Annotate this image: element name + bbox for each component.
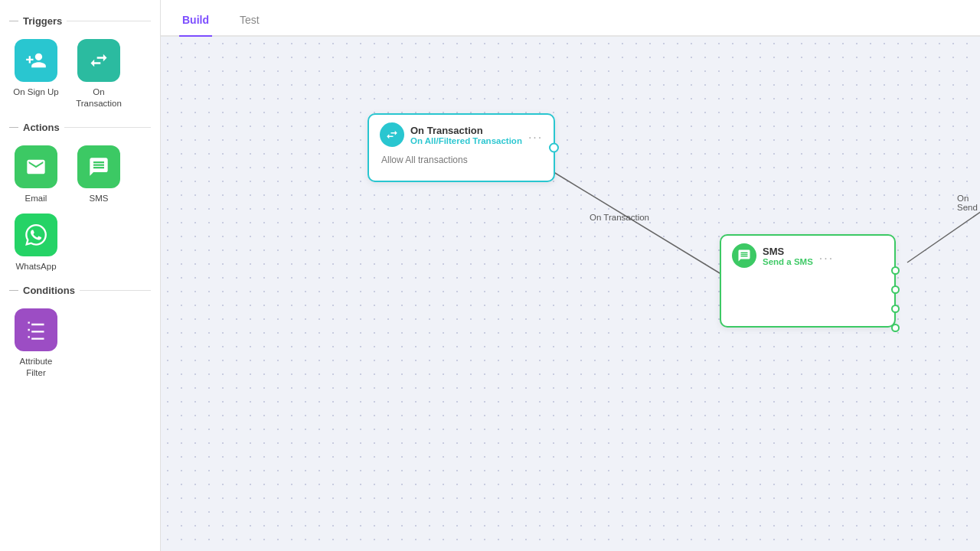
whatsapp-icon-box	[15, 214, 57, 256]
trigger-node-title: On Transaction	[410, 125, 522, 136]
sidebar: Triggers On Sign Up On Transaction Actio…	[0, 0, 161, 551]
on-transaction-label: On Transaction	[590, 213, 649, 222]
trigger-on-transaction[interactable]: On Transaction	[72, 39, 126, 109]
conditions-section-title: Conditions	[9, 285, 151, 296]
whatsapp-icon	[25, 224, 47, 246]
sms-node-more[interactable]: ...	[819, 249, 834, 262]
whatsapp-label: WhatsApp	[15, 261, 56, 272]
sms-icon-box	[77, 145, 120, 188]
filter-icon	[25, 319, 47, 341]
on-transaction-label: On Transaction	[72, 86, 126, 109]
on-send-label: On Send	[957, 194, 980, 212]
sms-label: SMS	[90, 193, 109, 204]
action-whatsapp[interactable]: WhatsApp	[9, 214, 63, 272]
on-transaction-icon-box	[77, 39, 120, 82]
tab-test[interactable]: Test	[237, 5, 263, 37]
attribute-filter-label: Attribute Filter	[9, 356, 63, 379]
trigger-node-output-dot[interactable]	[549, 143, 559, 153]
sms-output-dot-1[interactable]	[891, 266, 900, 275]
sms-output-dot-3[interactable]	[891, 305, 900, 313]
conditions-row: Attribute Filter	[9, 308, 151, 379]
tab-build[interactable]: Build	[179, 5, 212, 37]
trigger-node-more[interactable]: ...	[528, 129, 543, 141]
trigger-node-titles: On Transaction On All/Filtered Transacti…	[410, 125, 522, 145]
svg-line-1	[907, 163, 980, 262]
trigger-node[interactable]: On Transaction On All/Filtered Transacti…	[368, 113, 555, 182]
sms-node-header: SMS Send a SMS ...	[732, 243, 884, 268]
trigger-node-header: On Transaction On All/Filtered Transacti…	[380, 122, 543, 147]
sms-node-title: SMS	[763, 246, 813, 257]
email-icon-box	[15, 145, 57, 188]
svg-line-0	[551, 171, 727, 278]
actions-row: Email SMS WhatsApp	[9, 145, 151, 272]
sms-node-body	[732, 272, 884, 318]
sms-node[interactable]: SMS Send a SMS ...	[720, 234, 896, 328]
email-label: Email	[25, 193, 47, 204]
person-add-icon	[25, 50, 47, 71]
swap-icon	[88, 50, 109, 71]
triggers-section-title: Triggers	[9, 15, 151, 27]
sms-output-dot-2[interactable]	[891, 285, 900, 294]
trigger-swap-icon	[385, 128, 399, 142]
main-area: Build Test On Transaction On Send	[161, 0, 980, 551]
actions-section-title: Actions	[9, 122, 151, 133]
tab-bar: Build Test	[161, 0, 980, 37]
action-sms[interactable]: SMS	[72, 145, 126, 204]
trigger-node-subtitle: On All/Filtered Transaction	[410, 136, 522, 145]
sms-node-subtitle: Send a SMS	[763, 257, 813, 266]
sms-icon	[88, 156, 109, 178]
sms-node-output-dots	[891, 266, 900, 332]
on-sign-up-icon-box	[15, 39, 57, 82]
triggers-row: On Sign Up On Transaction	[9, 39, 151, 109]
trigger-node-icon	[380, 122, 404, 147]
sms-node-titles: SMS Send a SMS	[763, 246, 813, 266]
condition-attribute-filter[interactable]: Attribute Filter	[9, 308, 63, 379]
flow-canvas[interactable]: On Transaction On Send On Transaction On…	[161, 37, 980, 551]
sms-node-icon-svg	[737, 249, 751, 262]
on-sign-up-label: On Sign Up	[13, 86, 58, 98]
sms-output-dot-4[interactable]	[891, 324, 900, 332]
sms-node-icon	[732, 243, 756, 268]
trigger-on-sign-up[interactable]: On Sign Up	[9, 39, 63, 109]
action-email[interactable]: Email	[9, 145, 63, 204]
email-icon	[25, 156, 47, 178]
trigger-node-body: Allow All transactions	[380, 152, 543, 173]
attribute-filter-icon-box	[15, 308, 57, 351]
